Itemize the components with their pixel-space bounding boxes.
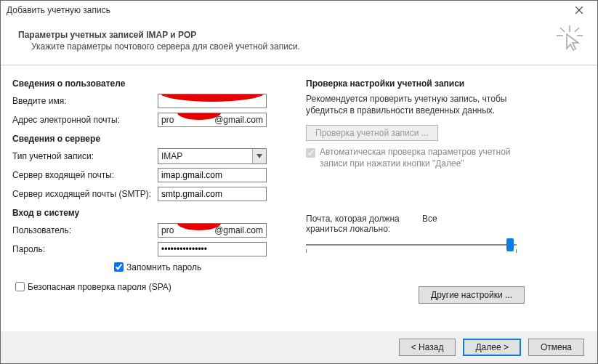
username-suffix: @gmail.com [214,225,263,235]
login-heading: Вход в систему [12,208,303,218]
username-label: Пользователь: [12,225,158,235]
other-settings-button[interactable]: Другие настройки ... [419,286,525,304]
svg-line-5 [560,28,565,32]
mail-retention-block: Почта, которая должна храниться локально… [306,214,586,254]
remember-password-label: Запомнить пароль [126,262,201,272]
email-field[interactable]: pro @gmail.com [158,113,267,127]
row-name: Введите имя: [12,93,303,109]
auto-test-checkbox[interactable] [306,148,315,158]
retention-slider[interactable] [306,237,517,254]
cancel-button[interactable]: Отмена [528,339,584,356]
outgoing-label: Сервер исходящей почты (SMTP): [12,189,158,199]
intro-panel: Параметры учетных записей IMAP и POP Ука… [1,20,597,65]
name-field[interactable] [158,94,267,108]
wizard-cursor-icon [557,25,583,52]
server-info-heading: Сведения о сервере [12,134,303,144]
auto-test-row: Автоматическая проверка параметров учетн… [306,147,538,169]
row-username: Пользователь: pro @gmail.com [12,222,303,238]
row-outgoing-server: Сервер исходящей почты (SMTP): [12,186,303,202]
slider-right-label: Все [422,214,437,234]
slider-left-label: Почта, которая должна храниться локально… [306,214,422,234]
slider-tick [306,249,307,253]
slider-line [306,244,517,246]
slider-tick [516,249,517,253]
right-column: Проверка настройки учетной записи Рекоме… [303,73,586,345]
test-account-button[interactable]: Проверка учетной записи ... [306,125,438,141]
footer: < Назад Далее > Отмена [1,331,597,363]
email-suffix: @gmail.com [214,115,263,125]
other-settings-row: Другие настройки ... [306,286,586,304]
password-label: Пароль: [12,244,158,254]
account-type-select[interactable]: IMAP [158,148,267,164]
page-title: Параметры учетных записей IMAP и POP [18,30,583,40]
auto-test-label: Автоматическая проверка параметров учетн… [320,147,538,169]
username-field[interactable]: pro @gmail.com [158,223,267,238]
account-type-value: IMAP [161,151,182,161]
remember-password-row: Запомнить пароль [111,260,303,274]
titlebar: Добавить учетную запись [1,1,597,20]
slider-thumb[interactable] [506,238,514,251]
row-account-type: Тип учетной записи: IMAP [12,148,303,164]
left-column: Сведения о пользователе Введите имя: Адр… [12,73,303,345]
username-prefix: pro [161,225,174,235]
slider-labels: Почта, которая должна храниться локально… [306,214,586,234]
spa-checkbox[interactable] [15,282,25,291]
back-button[interactable]: < Назад [399,339,456,356]
remember-password-checkbox[interactable] [114,262,124,272]
body: Сведения о пользователе Введите имя: Адр… [1,65,597,345]
spa-row: Безопасная проверка пароля (SPA) [12,280,303,294]
window-title: Добавить учетную запись [7,5,110,15]
page-subtitle: Укажите параметры почтового сервера для … [18,41,583,52]
incoming-server-field[interactable] [158,168,267,182]
password-field[interactable] [158,242,267,256]
outgoing-server-field[interactable] [158,187,267,201]
close-button[interactable] [565,2,593,18]
account-type-label: Тип учетной записи: [12,151,158,161]
svg-line-6 [575,28,579,32]
row-password: Пароль: [12,241,303,257]
chevron-down-icon [252,149,266,163]
spa-label: Безопасная проверка пароля (SPA) [28,282,171,292]
incoming-label: Сервер входящей почты: [12,170,158,180]
name-label: Введите имя: [12,96,158,106]
row-email: Адрес электронной почты: pro @gmail.com [12,112,303,128]
user-info-heading: Сведения о пользователе [12,78,303,89]
close-icon [575,7,583,14]
next-button[interactable]: Далее > [463,339,521,356]
test-description: Рекомендуется проверить учетную запись, … [306,93,538,116]
test-heading: Проверка настройки учетной записи [306,78,586,89]
email-label: Адрес электронной почты: [12,115,158,125]
email-prefix: pro [161,115,174,125]
row-incoming-server: Сервер входящей почты: [12,167,303,183]
dialog-window: Добавить учетную запись Параметры учетны… [0,0,598,364]
